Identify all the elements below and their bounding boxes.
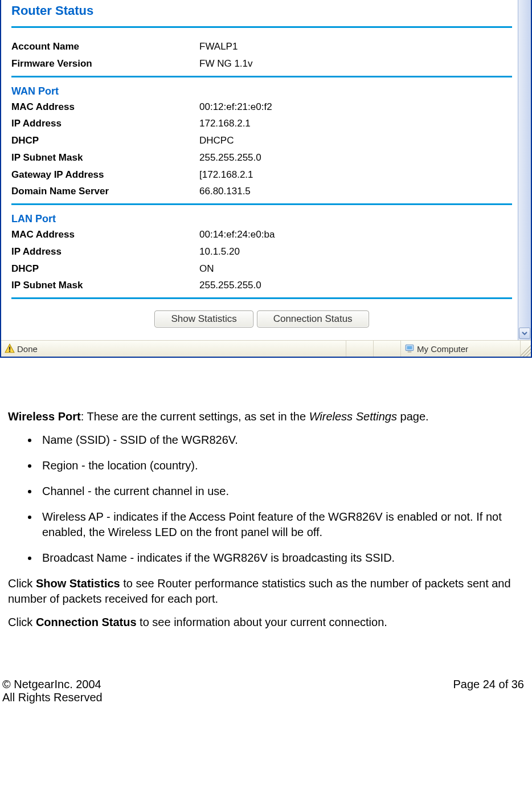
warning-icon — [5, 344, 15, 354]
document-body: Wireless Port: These are the current set… — [0, 358, 532, 630]
list-item: Name (SSID) - SSID of the WGR826V. — [39, 432, 526, 448]
divider — [11, 297, 512, 299]
divider — [11, 203, 512, 205]
divider — [11, 76, 512, 77]
svg-rect-4 — [408, 351, 412, 353]
wan-dns-row: Domain Name Server66.80.131.5 — [11, 183, 512, 200]
resize-grip-icon[interactable] — [521, 341, 531, 357]
page-footer: © NetgearInc. 2004 All Rights Reserved P… — [0, 638, 532, 716]
lan-dhcp-row: DHCPON — [11, 260, 512, 277]
wan-subnet-row: IP Subnet Mask255.255.255.0 — [11, 149, 512, 166]
page-title: Router Status — [11, 0, 512, 24]
list-item: Broadcast Name - indicates if the WGR826… — [39, 550, 526, 566]
lan-subnet-row: IP Subnet Mask255.255.255.0 — [11, 277, 512, 294]
show-statistics-button[interactable]: Show Statistics — [154, 310, 253, 328]
show-statistics-paragraph: Click Show Statistics to see Router perf… — [8, 576, 526, 607]
connection-status-paragraph: Click Connection Status to see informati… — [8, 615, 526, 630]
wireless-port-heading: Wireless Port — [8, 410, 81, 423]
security-zone-text: My Computer — [417, 344, 468, 354]
lan-mac-row: MAC Address00:14:ef:24:e0:ba — [11, 226, 512, 243]
scroll-down-arrow-icon[interactable] — [519, 328, 530, 339]
list-item: Channel - the current channel in use. — [39, 484, 526, 499]
wireless-bullet-list: Name (SSID) - SSID of the WGR826V. Regio… — [8, 432, 526, 566]
button-row: Show Statistics Connection Status — [11, 305, 512, 334]
wan-gateway-row: Gateway IP Address[172.168.2.1 — [11, 166, 512, 183]
firmware-value: FW NG 1.1v — [199, 55, 512, 72]
lan-ip-row: IP Address10.1.5.20 — [11, 243, 512, 260]
account-name-row: Account Name FWALP1 — [11, 38, 512, 55]
wireless-port-paragraph: Wireless Port: These are the current set… — [8, 409, 526, 424]
firmware-label: Firmware Version — [11, 55, 199, 72]
wan-dhcp-row: DHCPDHCPC — [11, 132, 512, 149]
vertical-scrollbar[interactable] — [518, 0, 531, 340]
wan-mac-row: MAC Address00:12:ef:21:e0:f2 — [11, 99, 512, 116]
svg-rect-3 — [407, 346, 412, 350]
wan-port-heading: WAN Port — [11, 83, 512, 99]
list-item: Region - the location (country). — [39, 458, 526, 473]
lan-port-heading: LAN Port — [11, 211, 512, 226]
page-number: Page 24 of 36 — [453, 678, 524, 704]
my-computer-icon — [404, 344, 415, 354]
rights-text: All Rights Reserved — [2, 691, 103, 704]
connection-status-button[interactable]: Connection Status — [257, 310, 369, 328]
account-name-value: FWALP1 — [199, 38, 512, 55]
svg-rect-0 — [9, 347, 10, 350]
wan-ip-row: IP Address172.168.2.1 — [11, 115, 512, 132]
router-status-window: Router Status Account Name FWALP1 Firmwa… — [0, 0, 532, 358]
svg-rect-1 — [9, 350, 10, 351]
account-name-label: Account Name — [11, 38, 199, 55]
divider — [11, 26, 512, 28]
list-item: Wireless AP - indicates if the Access Po… — [39, 509, 526, 540]
status-text: Done — [17, 344, 38, 354]
browser-status-bar: Done My Computer — [1, 340, 531, 357]
copyright-text: © NetgearInc. 2004 — [2, 678, 103, 691]
firmware-row: Firmware Version FW NG 1.1v — [11, 55, 512, 72]
